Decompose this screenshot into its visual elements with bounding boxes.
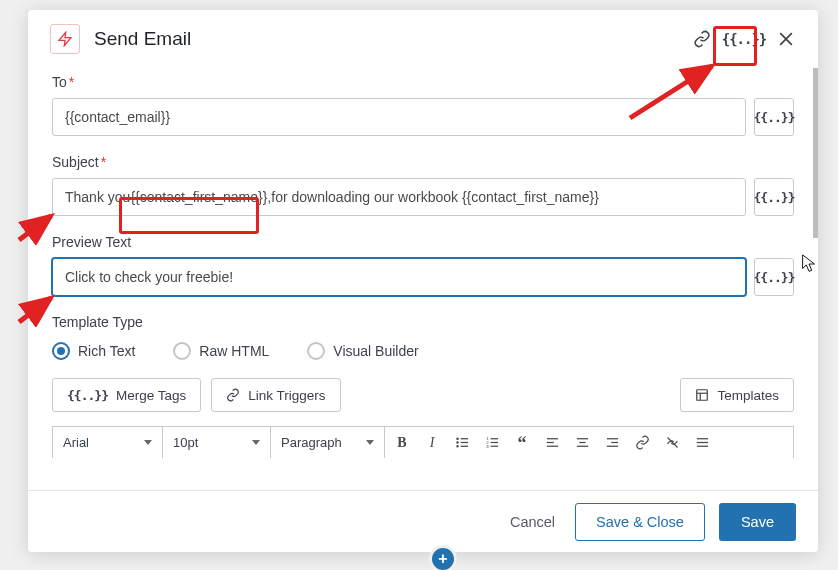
cancel-button[interactable]: Cancel xyxy=(504,514,561,530)
close-button[interactable] xyxy=(772,25,800,53)
modal-footer: Cancel Save & Close Save xyxy=(28,490,818,552)
insert-link-button[interactable] xyxy=(631,432,653,454)
unlink-button[interactable] xyxy=(661,432,683,454)
subject-input[interactable]: Thank you {{contact_first_name}}, for do… xyxy=(52,178,746,216)
radio-icon xyxy=(173,342,191,360)
merge-tags-header-button[interactable]: {{..}} xyxy=(730,25,758,53)
bulleted-list-button[interactable] xyxy=(451,432,473,454)
numbered-list-button[interactable]: 123 xyxy=(481,432,503,454)
radio-visual-builder[interactable]: Visual Builder xyxy=(307,342,418,360)
subject-label: Subject* xyxy=(52,154,794,170)
svg-point-6 xyxy=(456,438,457,439)
save-button[interactable]: Save xyxy=(719,503,796,541)
to-label: To* xyxy=(52,74,794,90)
action-bolt-icon xyxy=(50,24,80,54)
preview-input[interactable]: Click to check your freebie! xyxy=(52,258,746,296)
radio-rich-text[interactable]: Rich Text xyxy=(52,342,135,360)
svg-point-10 xyxy=(456,446,457,447)
link-triggers-button[interactable]: Link Triggers xyxy=(211,378,340,412)
add-step-button[interactable]: + xyxy=(432,548,454,570)
radio-raw-html[interactable]: Raw HTML xyxy=(173,342,269,360)
svg-marker-0 xyxy=(59,32,71,45)
template-type-label: Template Type xyxy=(52,314,794,330)
svg-point-8 xyxy=(456,442,457,443)
templates-button[interactable]: Templates xyxy=(680,378,794,412)
svg-text:3: 3 xyxy=(486,444,489,449)
align-center-button[interactable] xyxy=(571,432,593,454)
send-email-modal: Send Email {{..}} To* {{contact_em xyxy=(28,10,818,552)
merge-tags-icon: {{..}} xyxy=(67,388,108,403)
merge-tags-button[interactable]: {{..}} Merge Tags xyxy=(52,378,201,412)
blockquote-button[interactable]: “ xyxy=(511,432,533,454)
modal-title: Send Email xyxy=(94,28,674,50)
align-right-button[interactable] xyxy=(601,432,623,454)
modal-header: Send Email {{..}} xyxy=(28,10,818,68)
radio-icon xyxy=(52,342,70,360)
editor-toolbar: Arial 10pt Paragraph B I 123 xyxy=(52,426,794,458)
radio-icon xyxy=(307,342,325,360)
to-input[interactable]: {{contact_email}} xyxy=(52,98,746,136)
font-size-select[interactable]: 10pt xyxy=(163,427,271,458)
preview-label: Preview Text xyxy=(52,234,794,250)
svg-rect-3 xyxy=(697,390,708,401)
to-merge-button[interactable]: {{..}} xyxy=(754,98,794,136)
bold-button[interactable]: B xyxy=(391,432,413,454)
font-family-select[interactable]: Arial xyxy=(53,427,163,458)
modal-body: To* {{contact_email}} {{..}} Subject* xyxy=(28,68,818,490)
align-justify-button[interactable] xyxy=(691,432,713,454)
save-and-close-button[interactable]: Save & Close xyxy=(575,503,705,541)
templates-icon xyxy=(695,388,709,402)
block-format-select[interactable]: Paragraph xyxy=(271,427,385,458)
link-icon xyxy=(226,388,240,402)
italic-button[interactable]: I xyxy=(421,432,443,454)
subject-merge-button[interactable]: {{..}} xyxy=(754,178,794,216)
preview-merge-button[interactable]: {{..}} xyxy=(754,258,794,296)
scrollbar[interactable] xyxy=(813,68,818,238)
align-left-button[interactable] xyxy=(541,432,563,454)
link-icon[interactable] xyxy=(688,25,716,53)
